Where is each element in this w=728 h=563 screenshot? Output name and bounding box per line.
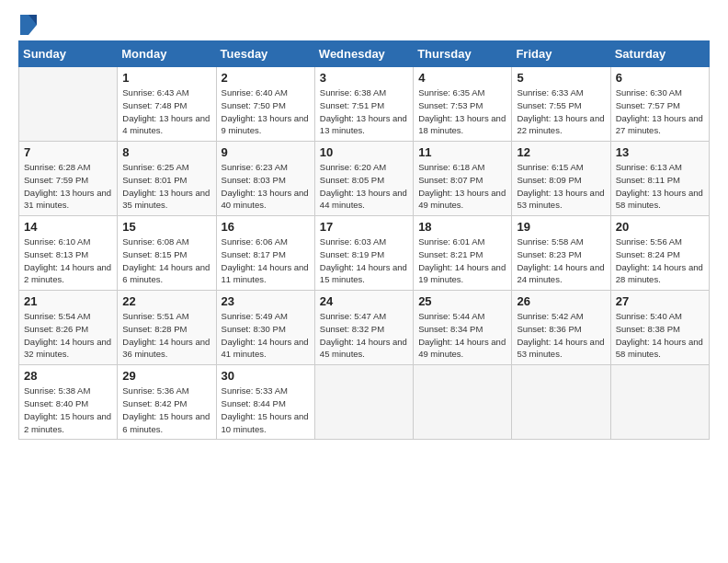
sunset-info: Sunset: 8:09 PM (517, 174, 605, 187)
sunset-info: Sunset: 8:07 PM (418, 174, 506, 187)
calendar-header-wednesday: Wednesday (314, 41, 413, 67)
header (18, 15, 710, 31)
day-number: 26 (517, 294, 605, 308)
day-info: Sunrise: 6:08 AMSunset: 8:15 PMDaylight:… (122, 236, 210, 286)
calendar-header-friday: Friday (512, 41, 610, 67)
sunset-info: Sunset: 8:05 PM (320, 174, 408, 187)
daylight-info-1: Daylight: 14 hours and (122, 261, 210, 274)
day-number: 30 (222, 369, 310, 383)
sunset-info: Sunset: 8:26 PM (24, 323, 112, 336)
calendar-cell: 14Sunrise: 6:10 AMSunset: 8:13 PMDayligh… (19, 216, 118, 291)
day-number: 18 (418, 220, 506, 234)
sunset-info: Sunset: 8:24 PM (616, 248, 704, 261)
calendar-cell: 24Sunrise: 5:47 AMSunset: 8:32 PMDayligh… (314, 291, 413, 365)
daylight-info-1: Daylight: 13 hours and (122, 187, 210, 200)
calendar-cell: 5Sunrise: 6:33 AMSunset: 7:55 PMDaylight… (512, 67, 610, 142)
day-number: 17 (320, 220, 408, 234)
daylight-info-2: 35 minutes. (122, 199, 210, 212)
daylight-info-1: Daylight: 13 hours and (122, 112, 210, 125)
day-info: Sunrise: 6:20 AMSunset: 8:05 PMDaylight:… (320, 161, 408, 212)
sunrise-info: Sunrise: 6:43 AM (122, 86, 210, 99)
day-number: 19 (517, 220, 605, 234)
sunset-info: Sunset: 8:21 PM (418, 248, 506, 261)
daylight-info-2: 28 minutes. (616, 273, 704, 286)
daylight-info-2: 2 minutes. (24, 423, 112, 436)
day-info: Sunrise: 6:06 AMSunset: 8:17 PMDaylight:… (222, 236, 310, 286)
daylight-info-1: Daylight: 13 hours and (222, 187, 310, 200)
day-info: Sunrise: 5:40 AMSunset: 8:38 PMDaylight:… (616, 310, 704, 361)
day-number: 14 (24, 220, 112, 234)
day-number: 9 (222, 145, 310, 159)
sunrise-info: Sunrise: 5:49 AM (222, 310, 310, 323)
calendar-cell: 18Sunrise: 6:01 AMSunset: 8:21 PMDayligh… (414, 216, 512, 291)
sunrise-info: Sunrise: 6:03 AM (320, 236, 408, 248)
calendar-cell: 10Sunrise: 6:20 AMSunset: 8:05 PMDayligh… (314, 142, 413, 216)
daylight-info-2: 45 minutes. (320, 348, 408, 361)
sunset-info: Sunset: 7:55 PM (517, 99, 605, 112)
calendar-cell (610, 365, 709, 440)
calendar-cell: 22Sunrise: 5:51 AMSunset: 8:28 PMDayligh… (118, 291, 216, 365)
calendar-week-row: 28Sunrise: 5:38 AMSunset: 8:40 PMDayligh… (19, 365, 710, 440)
day-number: 7 (24, 145, 112, 159)
calendar-cell: 12Sunrise: 6:15 AMSunset: 8:09 PMDayligh… (512, 142, 610, 216)
calendar-cell (414, 365, 512, 440)
sunrise-info: Sunrise: 6:08 AM (122, 236, 210, 248)
day-info: Sunrise: 5:42 AMSunset: 8:36 PMDaylight:… (517, 310, 605, 361)
calendar-week-row: 14Sunrise: 6:10 AMSunset: 8:13 PMDayligh… (19, 216, 710, 291)
calendar-cell: 28Sunrise: 5:38 AMSunset: 8:40 PMDayligh… (19, 365, 118, 440)
daylight-info-2: 53 minutes. (517, 199, 605, 212)
sunrise-info: Sunrise: 6:30 AM (616, 86, 704, 99)
daylight-info-1: Daylight: 15 hours and (24, 410, 112, 423)
calendar-cell: 15Sunrise: 6:08 AMSunset: 8:15 PMDayligh… (118, 216, 216, 291)
calendar-cell: 23Sunrise: 5:49 AMSunset: 8:30 PMDayligh… (216, 291, 314, 365)
daylight-info-1: Daylight: 14 hours and (222, 261, 310, 274)
daylight-info-1: Daylight: 15 hours and (122, 410, 210, 423)
daylight-info-1: Daylight: 14 hours and (418, 261, 506, 274)
calendar-cell: 4Sunrise: 6:35 AMSunset: 7:53 PMDaylight… (414, 67, 512, 142)
day-number: 1 (122, 71, 210, 85)
sunset-info: Sunset: 8:36 PM (517, 323, 605, 336)
daylight-info-1: Daylight: 13 hours and (418, 187, 506, 200)
calendar-cell (512, 365, 610, 440)
daylight-info-2: 58 minutes. (616, 348, 704, 361)
sunset-info: Sunset: 8:32 PM (320, 323, 408, 336)
day-info: Sunrise: 6:23 AMSunset: 8:03 PMDaylight:… (222, 161, 310, 212)
daylight-info-2: 4 minutes. (122, 124, 210, 137)
calendar-cell: 30Sunrise: 5:33 AMSunset: 8:44 PMDayligh… (216, 365, 314, 440)
sunrise-info: Sunrise: 6:38 AM (320, 86, 408, 99)
day-info: Sunrise: 5:51 AMSunset: 8:28 PMDaylight:… (122, 310, 210, 361)
daylight-info-2: 49 minutes. (418, 348, 506, 361)
sunrise-info: Sunrise: 6:10 AM (24, 236, 112, 248)
calendar-week-row: 21Sunrise: 5:54 AMSunset: 8:26 PMDayligh… (19, 291, 710, 365)
daylight-info-1: Daylight: 14 hours and (122, 336, 210, 349)
page: SundayMondayTuesdayWednesdayThursdayFrid… (0, 0, 728, 563)
day-number: 2 (222, 71, 310, 85)
calendar-header-thursday: Thursday (414, 41, 512, 67)
daylight-info-2: 15 minutes. (320, 273, 408, 286)
sunrise-info: Sunrise: 6:01 AM (418, 236, 506, 248)
daylight-info-1: Daylight: 13 hours and (320, 187, 408, 200)
sunrise-info: Sunrise: 6:20 AM (320, 161, 408, 174)
day-info: Sunrise: 6:18 AMSunset: 8:07 PMDaylight:… (418, 161, 506, 212)
calendar-cell: 29Sunrise: 5:36 AMSunset: 8:42 PMDayligh… (118, 365, 216, 440)
day-number: 22 (122, 294, 210, 308)
calendar-cell: 13Sunrise: 6:13 AMSunset: 8:11 PMDayligh… (610, 142, 709, 216)
day-info: Sunrise: 5:54 AMSunset: 8:26 PMDaylight:… (24, 310, 112, 361)
day-number: 20 (616, 220, 704, 234)
day-number: 28 (24, 369, 112, 383)
sunset-info: Sunset: 8:19 PM (320, 248, 408, 261)
daylight-info-2: 58 minutes. (616, 199, 704, 212)
day-info: Sunrise: 6:40 AMSunset: 7:50 PMDaylight:… (222, 86, 310, 137)
sunrise-info: Sunrise: 5:33 AM (222, 385, 310, 397)
day-info: Sunrise: 6:28 AMSunset: 7:59 PMDaylight:… (24, 161, 112, 212)
daylight-info-2: 11 minutes. (222, 273, 310, 286)
day-info: Sunrise: 6:03 AMSunset: 8:19 PMDaylight:… (320, 236, 408, 286)
daylight-info-2: 40 minutes. (222, 199, 310, 212)
day-info: Sunrise: 5:36 AMSunset: 8:42 PMDaylight:… (122, 385, 210, 435)
day-number: 21 (24, 294, 112, 308)
daylight-info-1: Daylight: 13 hours and (616, 187, 704, 200)
day-number: 3 (320, 71, 408, 85)
sunrise-info: Sunrise: 5:51 AM (122, 310, 210, 323)
daylight-info-2: 6 minutes. (122, 273, 210, 286)
sunset-info: Sunset: 7:51 PM (320, 99, 408, 112)
